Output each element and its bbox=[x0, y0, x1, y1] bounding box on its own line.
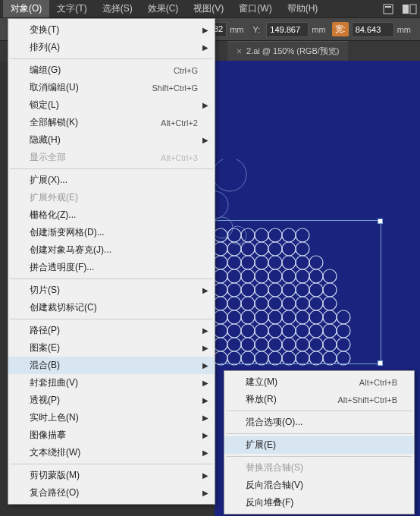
menu-item-label: 切片(S) bbox=[30, 284, 60, 297]
svg-rect-2 bbox=[403, 5, 409, 14]
menu-item-label: 变换(T) bbox=[30, 24, 59, 36]
object-menu-item-12[interactable]: 栅格化(Z)... bbox=[8, 206, 215, 224]
menu-view[interactable]: 视图(V) bbox=[186, 0, 231, 17]
chevron-right-icon: ▶ bbox=[202, 361, 208, 370]
menu-item-label: 释放(R) bbox=[246, 393, 277, 406]
object-menu-item-11: 扩展外观(E) bbox=[8, 189, 215, 206]
object-menu-item-13[interactable]: 创建渐变网格(D)... bbox=[8, 224, 215, 241]
document-tab[interactable]: × 2.ai @ 150% (RGB/预览) bbox=[227, 41, 348, 61]
object-menu-item-20[interactable]: 路径(P)▶ bbox=[8, 322, 215, 339]
object-dropdown-menu: 变换(T)▶排列(A)▶编组(G)Ctrl+G取消编组(U)Shift+Ctrl… bbox=[8, 18, 215, 505]
blend-menu-item-1[interactable]: 释放(R)Alt+Shift+Ctrl+B bbox=[224, 391, 414, 408]
menu-item-label: 锁定(L) bbox=[30, 99, 59, 112]
doc-icon[interactable] bbox=[381, 3, 396, 15]
menu-item-label: 实时上色(N) bbox=[30, 411, 79, 424]
toolbar-right bbox=[381, 3, 417, 15]
tab-title: 2.ai @ 150% (RGB/预览) bbox=[246, 46, 339, 57]
blend-menu-item-0[interactable]: 建立(M)Alt+Ctrl+B bbox=[224, 373, 414, 391]
menu-separator bbox=[10, 464, 213, 464]
chevron-right-icon: ▶ bbox=[202, 448, 208, 457]
object-menu-item-25[interactable]: 实时上色(N)▶ bbox=[8, 409, 215, 426]
w-field[interactable] bbox=[352, 22, 394, 37]
unit-label: mm bbox=[397, 25, 411, 34]
menu-separator bbox=[226, 411, 412, 411]
menu-shortcut: Alt+Ctrl+B bbox=[359, 378, 397, 387]
menu-window[interactable]: 窗口(W) bbox=[231, 0, 279, 17]
object-menu-item-17[interactable]: 切片(S)▶ bbox=[8, 282, 215, 299]
chevron-right-icon: ▶ bbox=[202, 43, 208, 52]
menu-item-label: 创建裁切标记(C) bbox=[30, 301, 97, 314]
menu-item-label: 扩展(E) bbox=[246, 439, 276, 452]
object-menu-item-3[interactable]: 编组(G)Ctrl+G bbox=[8, 61, 215, 79]
menu-item-label: 剪切蒙版(M) bbox=[30, 469, 80, 482]
unit-label: mm bbox=[230, 25, 243, 34]
svg-point-4 bbox=[215, 159, 246, 191]
menu-item-label: 排列(A) bbox=[30, 41, 60, 54]
close-icon[interactable]: × bbox=[237, 46, 242, 57]
svg-point-5 bbox=[215, 191, 228, 219]
object-menu-item-5[interactable]: 锁定(L)▶ bbox=[8, 96, 215, 114]
chevron-right-icon: ▶ bbox=[202, 286, 208, 294]
menu-item-label: 全部解锁(K) bbox=[30, 116, 78, 129]
menu-item-label: 栅格化(Z)... bbox=[30, 209, 76, 222]
y-label: Y: bbox=[249, 24, 263, 36]
menu-item-label: 建立(M) bbox=[246, 376, 277, 389]
blend-menu-item-8[interactable]: 反向混合轴(V) bbox=[224, 477, 414, 494]
menubar: 对象(O) 文字(T) 选择(S) 效果(C) 视图(V) 窗口(W) 帮助(H… bbox=[0, 0, 420, 18]
blend-menu-item-5[interactable]: 扩展(E) bbox=[224, 436, 414, 454]
chevron-right-icon: ▶ bbox=[202, 379, 208, 387]
menu-item-label: 反向混合轴(V) bbox=[246, 479, 303, 492]
blend-menu-item-9[interactable]: 反向堆叠(F) bbox=[224, 494, 414, 511]
menu-item-label: 反向堆叠(F) bbox=[246, 496, 293, 509]
chevron-right-icon: ▶ bbox=[202, 26, 208, 34]
object-menu-item-29[interactable]: 剪切蒙版(M)▶ bbox=[8, 467, 215, 484]
svg-rect-1 bbox=[385, 6, 391, 8]
object-menu-item-7[interactable]: 隐藏(H)▶ bbox=[8, 131, 215, 149]
blend-menu-item-3[interactable]: 混合选项(O)... bbox=[224, 414, 414, 431]
object-menu-item-4[interactable]: 取消编组(U)Shift+Ctrl+G bbox=[8, 79, 215, 96]
object-menu-item-22[interactable]: 混合(B)▶ bbox=[8, 357, 215, 374]
menu-item-label: 复合路径(O) bbox=[30, 486, 79, 499]
menu-effect[interactable]: 效果(C) bbox=[140, 0, 186, 17]
object-menu-item-26[interactable]: 图像描摹▶ bbox=[8, 426, 215, 444]
object-menu-item-1[interactable]: 排列(A)▶ bbox=[8, 39, 215, 56]
object-menu-item-23[interactable]: 封套扭曲(V)▶ bbox=[8, 374, 215, 392]
object-menu-item-27[interactable]: 文本绕排(W)▶ bbox=[8, 444, 215, 461]
menu-shortcut: Alt+Ctrl+3 bbox=[161, 153, 198, 162]
chevron-right-icon: ▶ bbox=[202, 396, 208, 404]
menu-item-label: 创建对象马赛克(J)... bbox=[30, 244, 111, 256]
menu-item-label: 隐藏(H) bbox=[30, 134, 61, 146]
menu-item-label: 创建渐变网格(D)... bbox=[30, 226, 105, 239]
y-field[interactable] bbox=[266, 22, 309, 37]
chevron-right-icon: ▶ bbox=[202, 414, 208, 422]
arrange-icon[interactable] bbox=[402, 3, 417, 15]
object-menu-item-15[interactable]: 拼合透明度(F)... bbox=[8, 259, 215, 276]
chevron-right-icon: ▶ bbox=[202, 101, 208, 109]
object-menu-item-10[interactable]: 扩展(X)... bbox=[8, 171, 215, 189]
menu-object[interactable]: 对象(O) bbox=[3, 0, 49, 17]
w-label: 宽: bbox=[332, 22, 349, 36]
menu-item-label: 路径(P) bbox=[30, 324, 60, 337]
object-menu-item-14[interactable]: 创建对象马赛克(J)... bbox=[8, 241, 215, 259]
object-menu-item-18[interactable]: 创建裁切标记(C) bbox=[8, 299, 215, 316]
menu-type[interactable]: 文字(T) bbox=[49, 0, 94, 17]
menu-item-label: 编组(G) bbox=[30, 64, 61, 77]
svg-rect-0 bbox=[384, 5, 393, 14]
object-menu-item-6[interactable]: 全部解锁(K)Alt+Ctrl+2 bbox=[8, 114, 215, 131]
object-menu-item-24[interactable]: 透视(P)▶ bbox=[8, 392, 215, 409]
menu-help[interactable]: 帮助(H) bbox=[280, 0, 326, 17]
menu-select[interactable]: 选择(S) bbox=[95, 0, 140, 17]
menu-item-label: 图像描摹 bbox=[30, 429, 66, 442]
selection-bounds bbox=[215, 220, 381, 364]
menu-item-label: 透视(P) bbox=[30, 394, 60, 407]
object-menu-item-21[interactable]: 图案(E)▶ bbox=[8, 339, 215, 357]
menu-item-label: 拼合透明度(F)... bbox=[30, 261, 94, 274]
chevron-right-icon: ▶ bbox=[202, 431, 208, 439]
chevron-right-icon: ▶ bbox=[202, 326, 208, 335]
chevron-right-icon: ▶ bbox=[202, 136, 208, 144]
object-menu-item-0[interactable]: 变换(T)▶ bbox=[8, 21, 215, 39]
menu-item-label: 封套扭曲(V) bbox=[30, 376, 78, 389]
object-menu-item-30[interactable]: 复合路径(O)▶ bbox=[8, 484, 215, 502]
menu-item-label: 替换混合轴(S) bbox=[246, 461, 303, 474]
menu-item-label: 图案(E) bbox=[30, 341, 60, 354]
